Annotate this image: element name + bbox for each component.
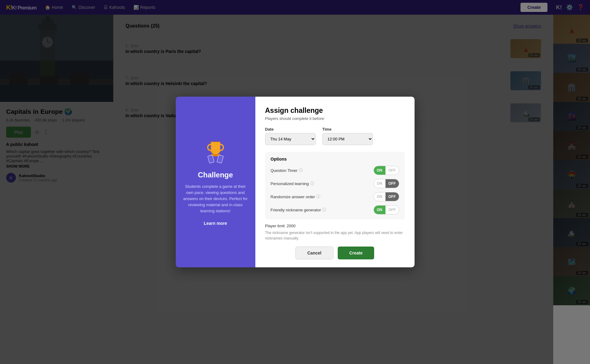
modal-title: Assign challenge — [265, 106, 405, 115]
option-label: Randomize answer order ⓘ — [271, 194, 320, 199]
toggle-on-active[interactable]: ON — [374, 166, 385, 175]
challenge-trophy-icon — [202, 138, 229, 167]
modal-overlay: Challenge Students complete a game at th… — [0, 0, 590, 364]
modal: Challenge Students complete a game at th… — [176, 97, 415, 267]
toggle-off-inactive[interactable]: OFF — [385, 166, 399, 175]
option-label: Friendly nickname generator ⓘ — [271, 207, 326, 213]
option-row-personalized: Personalized learning ⓘ ON OFF — [271, 179, 399, 188]
toggle-off-active[interactable]: OFF — [385, 192, 399, 201]
toggle-personalized[interactable]: ON OFF — [374, 179, 399, 188]
learn-more-link[interactable]: Learn more — [204, 221, 227, 226]
time-label: Time — [322, 127, 373, 132]
options-title: Options — [271, 157, 399, 162]
time-group: Time 10:00 AM 11:00 AM 12:00 PM 1:00 PM … — [322, 127, 373, 145]
disclaimer-text: The nickname generator isn't supported i… — [265, 230, 405, 241]
help-icon-personalized[interactable]: ⓘ — [310, 181, 314, 186]
modal-actions: Cancel Create — [265, 247, 405, 259]
challenge-description: Students complete a game at their own pa… — [183, 184, 248, 214]
help-icon-randomize[interactable]: ⓘ — [316, 194, 320, 199]
toggle-question-timer[interactable]: ON OFF — [374, 166, 399, 175]
svg-rect-15 — [213, 150, 218, 155]
option-label: Personalized learning ⓘ — [271, 181, 314, 186]
date-time-row: Date Mon 11 May Tue 12 May Wed 13 May Th… — [265, 127, 405, 145]
help-icon-nickname[interactable]: ⓘ — [322, 207, 326, 213]
modal-right-panel: Assign challenge Players should complete… — [255, 97, 415, 267]
option-row-nickname: Friendly nickname generator ⓘ ON OFF — [271, 205, 399, 214]
toggle-nickname[interactable]: ON OFF — [374, 205, 399, 214]
toggle-on-inactive[interactable]: ON — [374, 192, 385, 201]
time-select[interactable]: 10:00 AM 11:00 AM 12:00 PM 1:00 PM 2:00 … — [322, 133, 373, 145]
option-row-randomize: Randomize answer order ⓘ ON OFF — [271, 192, 399, 201]
modal-subtitle: Players should complete it before: — [265, 116, 405, 121]
option-row-question-timer: Question Timer ⓘ ON OFF — [271, 166, 399, 175]
date-group: Date Mon 11 May Tue 12 May Wed 13 May Th… — [265, 127, 316, 145]
options-section: Options Question Timer ⓘ ON OFF — [265, 152, 405, 219]
date-select[interactable]: Mon 11 May Tue 12 May Wed 13 May Thu 14 … — [265, 133, 316, 145]
toggle-off-inactive[interactable]: OFF — [385, 206, 399, 214]
help-icon-question-timer[interactable]: ⓘ — [299, 168, 303, 173]
toggle-on-inactive[interactable]: ON — [374, 179, 385, 188]
toggle-randomize[interactable]: ON OFF — [374, 192, 399, 201]
option-label: Question Timer ⓘ — [271, 168, 303, 173]
toggle-on-active[interactable]: ON — [374, 206, 385, 214]
cancel-button[interactable]: Cancel — [295, 247, 333, 259]
toggle-off-active[interactable]: OFF — [385, 179, 399, 188]
challenge-title: Challenge — [198, 171, 233, 179]
create-challenge-button[interactable]: Create — [338, 247, 374, 259]
modal-left-panel: Challenge Students complete a game at th… — [176, 97, 255, 267]
player-limit: Player limit: 2000 — [265, 224, 405, 228]
date-label: Date — [265, 127, 316, 132]
